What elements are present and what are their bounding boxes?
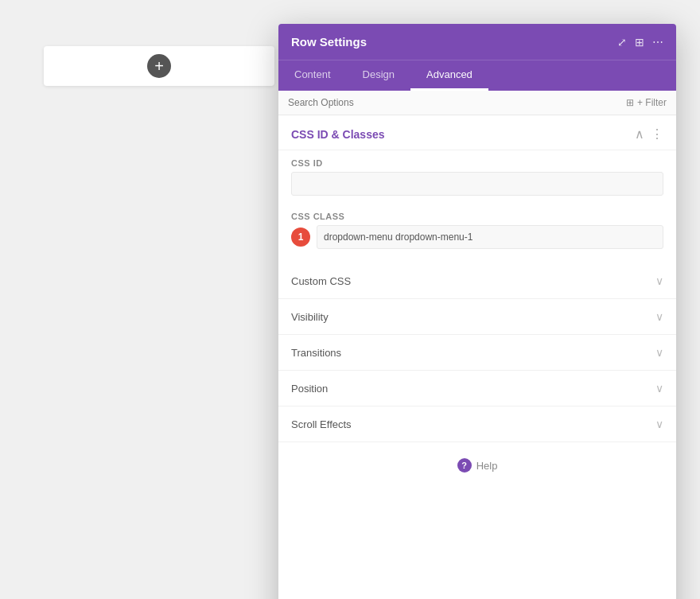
content-spacer — [278, 488, 676, 599]
accordion-visibility-label: Visibility — [291, 311, 329, 323]
accordion-custom-css[interactable]: Custom CSS ∨ — [278, 263, 676, 299]
add-button[interactable]: + — [147, 54, 171, 78]
accordion-position[interactable]: Position ∨ — [278, 371, 676, 406]
css-class-label: CSS Class — [291, 212, 663, 221]
more-options-icon[interactable]: ⋯ — [652, 36, 663, 49]
css-id-input[interactable] — [291, 172, 663, 196]
section-more-icon[interactable]: ⋮ — [651, 126, 663, 142]
modal-content: CSS ID & Classes ∧ ⋮ CSS ID CSS Class 1 … — [278, 115, 676, 599]
css-id-classes-header: CSS ID & Classes ∧ ⋮ — [278, 115, 676, 150]
accordion-custom-css-label: Custom CSS — [291, 275, 351, 287]
fullscreen-icon[interactable]: ⤢ — [617, 36, 627, 49]
chevron-down-icon: ∨ — [655, 346, 663, 359]
filter-icon: ⊞ — [626, 97, 634, 108]
help-link[interactable]: ? Help — [457, 458, 498, 473]
tab-content[interactable]: Content — [278, 60, 347, 91]
filter-button[interactable]: ⊞ + Filter — [626, 97, 667, 108]
accordion-scroll-effects[interactable]: Scroll Effects ∨ — [278, 406, 676, 442]
accordion-position-label: Position — [291, 383, 328, 395]
help-area: ? Help — [278, 442, 676, 488]
row-settings-modal: Row Settings ⤢ ⊞ ⋯ Content Design Advanc… — [278, 24, 676, 599]
canvas-card: + — [44, 46, 274, 86]
accordion-transitions[interactable]: Transitions ∨ — [278, 335, 676, 371]
search-bar: ⊞ + Filter — [278, 91, 676, 115]
modal-title: Row Settings — [291, 35, 367, 49]
tab-advanced[interactable]: Advanced — [410, 60, 488, 91]
help-icon: ? — [457, 458, 472, 473]
chevron-down-icon: ∨ — [655, 382, 663, 395]
collapse-icon[interactable]: ∧ — [635, 126, 644, 142]
accordion-scroll-effects-label: Scroll Effects — [291, 418, 352, 430]
header-actions: ⤢ ⊞ ⋯ — [617, 36, 663, 49]
section-header-actions: ∧ ⋮ — [635, 126, 663, 142]
section-title: CSS ID & Classes — [291, 128, 385, 141]
search-input[interactable] — [288, 97, 626, 108]
layout-icon[interactable]: ⊞ — [635, 36, 644, 49]
tab-design[interactable]: Design — [347, 60, 410, 91]
css-id-field-area: CSS ID — [278, 150, 676, 204]
chevron-down-icon: ∨ — [655, 418, 663, 430]
accordion-visibility[interactable]: Visibility ∨ — [278, 299, 676, 335]
css-id-label: CSS ID — [291, 158, 663, 168]
badge-number: 1 — [291, 228, 310, 247]
help-label: Help — [476, 460, 498, 472]
chevron-down-icon: ∨ — [655, 274, 663, 287]
chevron-down-icon: ∨ — [655, 310, 663, 323]
modal-header: Row Settings ⤢ ⊞ ⋯ — [278, 24, 676, 60]
tabs-bar: Content Design Advanced — [278, 60, 676, 91]
css-class-field-area: CSS Class 1 — [278, 204, 676, 263]
css-class-input[interactable] — [317, 225, 663, 249]
css-class-row: 1 — [291, 225, 663, 249]
accordion-transitions-label: Transitions — [291, 347, 341, 359]
